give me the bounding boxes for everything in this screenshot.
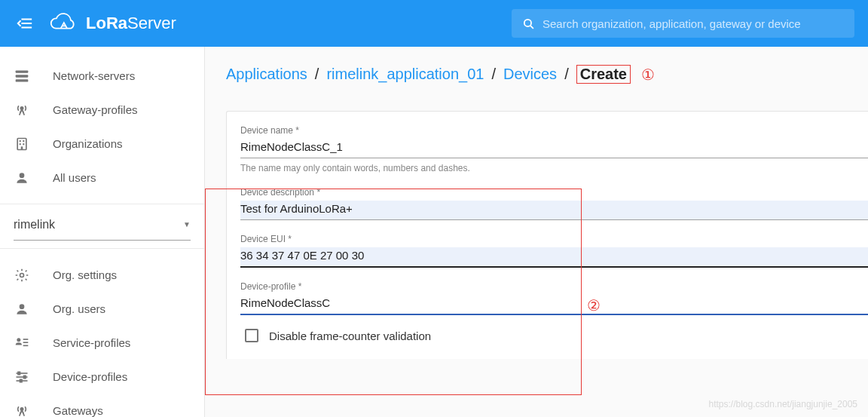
sidebar-item-label: Org. settings: [53, 268, 117, 281]
svg-rect-12: [23, 140, 24, 142]
svg-rect-6: [16, 70, 29, 72]
svg-rect-7: [16, 75, 29, 77]
device-eui-input[interactable]: [240, 247, 868, 268]
svg-point-17: [20, 273, 24, 277]
field-device-profile: Device-profile *: [240, 281, 868, 315]
logo-text-bold: LoRa: [86, 14, 127, 32]
field-device-description: Device description *: [240, 187, 868, 220]
svg-rect-26: [18, 372, 20, 374]
device-description-input[interactable]: [240, 201, 868, 220]
sidebar-item-label: Org. users: [53, 302, 105, 315]
svg-point-19: [17, 338, 20, 342]
svg-line-5: [530, 25, 533, 28]
breadcrumb-sep: /: [491, 66, 496, 83]
sidebar-item-gateway-profiles[interactable]: Gateway-profiles: [0, 93, 204, 127]
app-logo: LoRaServer: [48, 12, 176, 35]
chevron-down-icon: ▼: [183, 220, 191, 228]
breadcrumb-link-application-name[interactable]: rimelink_application_01: [326, 66, 484, 83]
sidebar-item-label: Device-profiles: [53, 370, 127, 383]
logo-text: LoRaServer: [86, 14, 176, 33]
disable-fcnt-checkbox[interactable]: [245, 329, 258, 342]
svg-rect-11: [20, 140, 21, 142]
device-form-card: Device name * The name may only contain …: [226, 111, 868, 359]
sidebar-item-label: Service-profiles: [53, 336, 130, 349]
sidebar-item-service-profiles[interactable]: Service-profiles: [0, 326, 204, 360]
org-selector[interactable]: rimelink ▼: [14, 209, 191, 241]
main-content: Applications / rimelink_application_01 /…: [205, 47, 868, 417]
sidebar-item-device-profiles[interactable]: Device-profiles: [0, 360, 204, 394]
breadcrumb-current: Create: [576, 65, 631, 84]
field-device-eui: Device EUI *: [240, 234, 868, 268]
cloud-icon: [48, 12, 78, 35]
svg-rect-15: [21, 146, 23, 149]
svg-point-16: [20, 173, 25, 178]
svg-rect-8: [16, 79, 29, 81]
org-selector-value: rimelink: [14, 218, 55, 231]
sidebar-item-label: Organizations: [53, 137, 123, 150]
svg-rect-13: [20, 143, 21, 145]
menu-arrow-icon: [17, 15, 33, 32]
building-icon: [14, 136, 30, 152]
watermark: https://blog.csdn.net/jiangjunjie_2005: [709, 399, 857, 409]
app-header: LoRaServer: [0, 0, 868, 47]
breadcrumb-link-applications[interactable]: Applications: [226, 66, 307, 83]
menu-toggle-button[interactable]: [14, 12, 36, 35]
people-list-icon: [14, 335, 30, 351]
svg-rect-28: [20, 379, 23, 382]
breadcrumb-sep: /: [564, 66, 569, 83]
gear-icon: [14, 267, 30, 284]
svg-rect-22: [23, 345, 29, 346]
servers-icon: [14, 68, 30, 84]
sidebar-item-org-settings[interactable]: Org. settings: [0, 258, 204, 292]
device-profile-input[interactable]: [240, 295, 868, 315]
sidebar-item-label: Network-servers: [53, 69, 135, 82]
device-name-hint: The name may only contain words, numbers…: [240, 163, 868, 173]
search-box[interactable]: [512, 9, 854, 38]
antenna-icon: [14, 403, 30, 418]
device-eui-label: Device EUI *: [240, 234, 868, 244]
disable-fcnt-row[interactable]: Disable frame-counter validation: [240, 329, 868, 342]
disable-fcnt-label: Disable frame-counter validation: [269, 330, 431, 342]
divider: [0, 248, 204, 249]
person-icon: [14, 170, 30, 186]
device-description-label: Device description *: [240, 187, 868, 198]
svg-point-18: [20, 304, 25, 309]
sidebar-item-org-users[interactable]: Org. users: [0, 292, 204, 326]
search-icon: [522, 17, 535, 30]
sidebar-item-label: Gateways: [53, 404, 103, 417]
svg-rect-27: [24, 376, 26, 378]
sidebar-item-network-servers[interactable]: Network-servers: [0, 59, 204, 93]
sidebar-item-all-users[interactable]: All users: [0, 161, 204, 195]
svg-rect-21: [23, 342, 29, 343]
device-profile-label: Device-profile *: [240, 281, 868, 292]
breadcrumb-sep: /: [315, 66, 319, 83]
device-name-label: Device name *: [240, 125, 868, 136]
antenna-icon: [14, 102, 30, 118]
device-name-input[interactable]: [240, 139, 868, 158]
person-icon: [14, 301, 30, 317]
search-input[interactable]: [542, 17, 844, 30]
svg-point-4: [524, 19, 531, 26]
annotation-2: ②: [587, 296, 601, 314]
svg-rect-20: [23, 339, 29, 340]
logo-text-light: Server: [127, 14, 176, 32]
divider: [0, 204, 204, 204]
sidebar-item-organizations[interactable]: Organizations: [0, 127, 204, 161]
svg-rect-14: [23, 143, 24, 145]
breadcrumb-link-devices[interactable]: Devices: [503, 66, 557, 83]
sidebar-item-label: Gateway-profiles: [53, 103, 138, 116]
sidebar-item-label: All users: [53, 171, 96, 184]
sidebar-item-gateways[interactable]: Gateways: [0, 394, 204, 417]
field-device-name: Device name * The name may only contain …: [240, 125, 868, 173]
annotation-1: ①: [641, 66, 655, 84]
breadcrumb: Applications / rimelink_application_01 /…: [226, 65, 868, 84]
sidebar: Network-servers Gateway-profiles Organiz…: [0, 47, 205, 417]
sliders-icon: [14, 369, 30, 385]
